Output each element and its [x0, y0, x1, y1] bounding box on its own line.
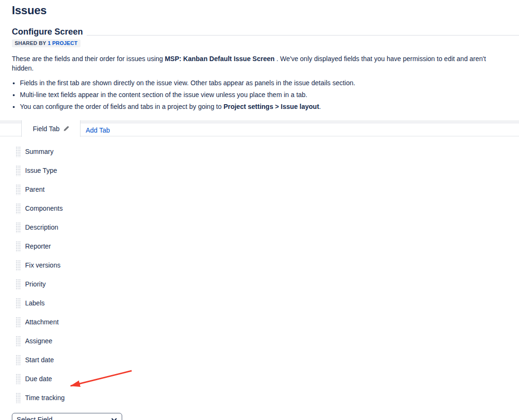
drag-handle-icon[interactable] — [16, 355, 21, 366]
field-row[interactable]: Description — [16, 218, 519, 237]
field-label: Parent — [25, 185, 45, 194]
page-title: Issues — [12, 4, 519, 17]
field-row[interactable]: Due date — [16, 369, 519, 388]
screen-name: MSP: Kanban Default Issue Screen — [165, 55, 275, 63]
field-label: Assignee — [25, 336, 53, 346]
note-item: Fields in the first tab are shown direct… — [20, 78, 519, 88]
field-row[interactable]: Reporter — [16, 237, 519, 256]
field-label: Priority — [25, 279, 46, 289]
drag-handle-icon[interactable] — [16, 184, 21, 195]
configure-screen-page: Issues Configure Screen SHARED BY 1 PROJ… — [0, 4, 519, 420]
drag-handle-icon[interactable] — [16, 241, 21, 252]
tab-field-tab-label: Field Tab — [33, 125, 60, 133]
note-bold-text: Project settings > Issue layout — [224, 103, 319, 110]
field-row[interactable]: Priority — [16, 275, 519, 294]
select-field-value: Select Field ... — [17, 416, 60, 420]
note-text-after: . — [319, 103, 321, 110]
tab-field-tab[interactable]: Field Tab — [21, 120, 81, 137]
drag-handle-icon[interactable] — [16, 317, 21, 328]
notes-list: Fields in the first tab are shown direct… — [12, 78, 519, 111]
field-label: Components — [25, 204, 63, 213]
field-label: Summary — [25, 147, 54, 156]
field-row[interactable]: Parent — [16, 180, 519, 199]
field-row[interactable]: Summary — [16, 142, 519, 161]
field-label: Due date — [25, 374, 52, 384]
field-label: Description — [25, 223, 58, 232]
field-label: Reporter — [25, 241, 51, 251]
note-item: You can configure the order of fields an… — [20, 102, 519, 111]
section-divider — [87, 35, 519, 36]
note-text: Multi-line text fields appear in the con… — [20, 91, 307, 98]
drag-handle-icon[interactable] — [16, 374, 21, 384]
field-label: Start date — [25, 355, 54, 365]
drag-handle-icon[interactable] — [16, 165, 21, 176]
field-row[interactable]: Fix versions — [16, 256, 519, 275]
drag-handle-icon[interactable] — [16, 393, 21, 403]
field-row[interactable]: Attachment — [16, 313, 519, 331]
field-list: Summary Issue Type Parent Components Des… — [0, 136, 519, 407]
field-row[interactable]: Components — [16, 199, 519, 218]
drag-handle-icon[interactable] — [16, 222, 21, 233]
select-field-dropdown[interactable]: Select Field ... — [12, 413, 122, 420]
note-text: You can configure the order of fields an… — [20, 103, 222, 110]
field-row[interactable]: Labels — [16, 294, 519, 313]
field-row[interactable]: Assignee — [16, 331, 519, 350]
field-label: Labels — [25, 298, 45, 308]
drag-handle-icon[interactable] — [16, 260, 21, 271]
note-text: Fields in the first tab are shown direct… — [20, 79, 355, 87]
edit-tab-pencil-icon[interactable] — [63, 125, 69, 132]
note-item: Multi-line text fields appear in the con… — [20, 90, 519, 99]
drag-handle-icon[interactable] — [16, 203, 21, 214]
drag-handle-icon[interactable] — [16, 298, 21, 309]
field-label: Issue Type — [25, 166, 57, 175]
section-header: Configure Screen — [12, 27, 519, 36]
section-title: Configure Screen — [12, 27, 83, 36]
chevron-down-icon — [111, 416, 117, 420]
field-row[interactable]: Start date — [16, 350, 519, 369]
intro-text-before: These are the fields and their order for… — [12, 55, 163, 63]
shared-by-badge: SHARED BY 1 PROJECT — [12, 39, 81, 47]
field-label: Fix versions — [25, 260, 61, 270]
field-label: Time tracking — [25, 393, 65, 402]
drag-handle-icon[interactable] — [16, 336, 21, 347]
field-label: Attachment — [25, 317, 59, 327]
field-row[interactable]: Issue Type — [16, 161, 519, 180]
intro-text: These are the fields and their order for… — [12, 54, 507, 73]
drag-handle-icon[interactable] — [16, 146, 21, 157]
shared-by-label: SHARED BY — [15, 40, 46, 46]
field-row[interactable]: Time tracking — [16, 388, 519, 407]
add-tab-link[interactable]: Add Tab — [86, 124, 110, 136]
shared-project-count-link[interactable]: 1 PROJECT — [48, 40, 78, 46]
tab-strip: Field Tab Add Tab — [0, 120, 519, 136]
drag-handle-icon[interactable] — [16, 279, 21, 290]
